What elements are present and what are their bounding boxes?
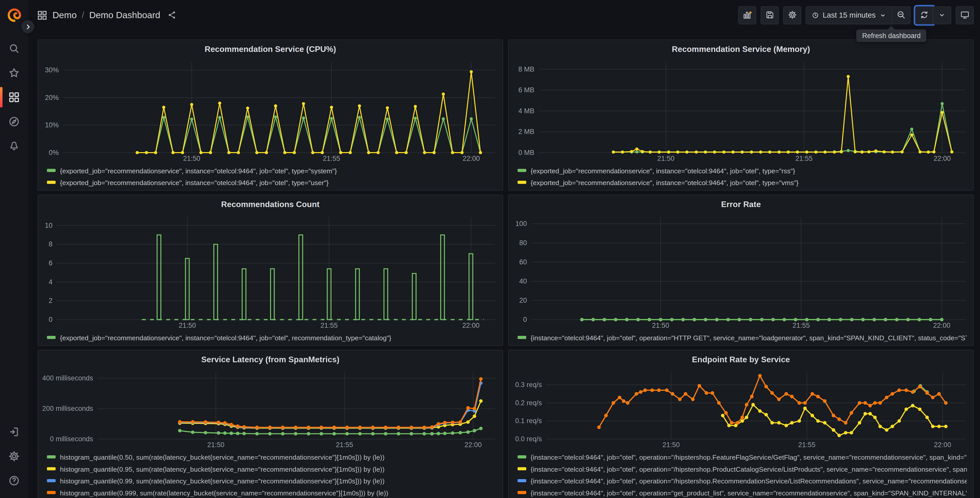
svg-text:10%: 10% xyxy=(45,121,59,129)
svg-text:22:00: 22:00 xyxy=(463,155,480,162)
sidebar-item-sign-in[interactable] xyxy=(0,420,28,444)
legend-item[interactable]: histogram_quantile(0.95, sum(rate(latenc… xyxy=(47,463,496,474)
dashboard-grid: Recommendation Service (CPU%) 21:5021:55… xyxy=(28,30,980,498)
sidebar-item-explore[interactable] xyxy=(0,109,28,134)
legend-swatch xyxy=(47,169,56,172)
legend-item[interactable]: {instance="otelcol:9464", job="otel", op… xyxy=(518,451,967,463)
svg-text:0%: 0% xyxy=(49,149,59,156)
chevron-down-icon xyxy=(938,11,945,19)
search-icon xyxy=(8,42,20,54)
legend-item[interactable]: histogram_quantile(0.50, sum(rate(latenc… xyxy=(47,451,496,463)
legend-item[interactable]: {instance="otelcol:9464", job="otel", op… xyxy=(518,332,967,343)
server-admin-gear-icon xyxy=(8,450,20,462)
sidebar-item-help[interactable] xyxy=(0,469,28,493)
legend-item[interactable]: {exported_job="recommendationservice", i… xyxy=(518,176,967,188)
refresh-dashboard-button[interactable] xyxy=(915,6,933,24)
legend-label: histogram_quantile(0.99, sum(rate(latenc… xyxy=(60,477,385,484)
legend-item[interactable]: histogram_quantile(0.99, sum(rate(latenc… xyxy=(47,475,496,487)
sidebar-item-search[interactable] xyxy=(0,36,28,61)
svg-text:22:00: 22:00 xyxy=(462,322,479,329)
share-icon xyxy=(168,11,177,19)
legend-label: {instance="otelcol:9464", job="otel", op… xyxy=(531,465,967,472)
breadcrumb: Demo / Demo Dashboard xyxy=(37,10,176,21)
svg-text:0 milliseconds: 0 milliseconds xyxy=(50,435,93,443)
svg-text:0: 0 xyxy=(523,316,527,323)
zoom-out-time-button[interactable] xyxy=(892,6,911,24)
chevron-down-icon xyxy=(879,11,886,18)
svg-text:20%: 20% xyxy=(45,94,59,102)
svg-text:21:50: 21:50 xyxy=(657,155,675,162)
panel-title[interactable]: Recommendations Count xyxy=(221,199,319,209)
legend-item[interactable]: {instance="otelcol:9464", job="otel", op… xyxy=(518,463,967,474)
chart-plot[interactable]: 21:5021:5522:000%10%20%30% xyxy=(38,57,503,164)
legend-swatch xyxy=(518,467,526,470)
sidebar-item-dashboards[interactable] xyxy=(0,85,28,109)
dashboard-settings-button[interactable] xyxy=(783,6,802,24)
legend-item[interactable]: {instance="otelcol:9464", job="otel", op… xyxy=(518,475,967,487)
svg-text:21:55: 21:55 xyxy=(336,441,353,449)
panel-title[interactable]: Service Latency (from SpanMetrics) xyxy=(201,354,339,364)
legend-label: histogram_quantile(0.999, sum(rate(laten… xyxy=(60,489,388,496)
legend-item[interactable]: {exported_job="recommendationservice", i… xyxy=(47,176,496,188)
svg-text:40: 40 xyxy=(519,278,527,285)
refresh-interval-picker[interactable] xyxy=(933,6,951,24)
legend-item[interactable]: {exported_job="recommendationservice", i… xyxy=(518,164,967,176)
help-icon xyxy=(8,475,20,487)
svg-text:0: 0 xyxy=(49,316,52,323)
breadcrumb-folder[interactable]: Demo xyxy=(52,10,77,20)
svg-text:21:55: 21:55 xyxy=(792,322,810,329)
legend-label: {instance="otelcol:9464", job="otel", op… xyxy=(531,453,967,460)
sidebar-item-alerting[interactable] xyxy=(0,134,28,158)
time-range-label: Last 15 minutes xyxy=(822,11,875,19)
svg-text:0 MB: 0 MB xyxy=(519,149,535,156)
svg-text:21:50: 21:50 xyxy=(183,155,200,162)
legend: {instance="otelcol:9464", job="otel", op… xyxy=(509,450,973,498)
grafana-logo[interactable] xyxy=(6,7,22,22)
panel-title[interactable]: Recommendation Service (CPU%) xyxy=(205,44,336,53)
legend: {exported_job="recommendationservice", i… xyxy=(38,164,503,188)
refresh-controls xyxy=(915,6,951,24)
settings-icon xyxy=(788,10,797,20)
svg-text:4: 4 xyxy=(49,278,52,286)
panel-title[interactable]: Recommendation Service (Memory) xyxy=(672,44,810,53)
svg-text:6: 6 xyxy=(49,259,52,267)
legend: histogram_quantile(0.50, sum(rate(latenc… xyxy=(38,450,503,498)
save-dashboard-button[interactable] xyxy=(761,6,779,24)
legend-label: {exported_job="recommendationservice", i… xyxy=(60,167,337,174)
svg-text:22:00: 22:00 xyxy=(933,322,950,329)
legend-swatch xyxy=(47,456,56,458)
kiosk-mode-button[interactable] xyxy=(956,6,974,24)
svg-text:21:50: 21:50 xyxy=(179,322,196,329)
top-nav: Demo / Demo Dashboard Last 15 minutes xyxy=(28,0,980,30)
svg-text:2 MB: 2 MB xyxy=(519,128,535,136)
chart-plot[interactable]: 21:5021:5522:000246810 xyxy=(38,213,503,331)
legend-swatch xyxy=(518,491,526,494)
explore-compass-icon xyxy=(8,116,20,128)
legend-item[interactable]: histogram_quantile(0.999, sum(rate(laten… xyxy=(47,487,496,498)
legend: {exported_job="recommendationservice", i… xyxy=(509,164,973,188)
chart-plot[interactable]: 21:5021:5522:000 milliseconds200 millise… xyxy=(38,368,503,450)
svg-text:400 milliseconds: 400 milliseconds xyxy=(42,374,93,382)
sidebar-item-server-admin[interactable] xyxy=(0,444,28,469)
legend-swatch xyxy=(47,336,56,339)
save-icon xyxy=(765,10,775,20)
legend-item[interactable]: {instance="otelcol:9464", job="otel", op… xyxy=(518,487,967,498)
legend-item[interactable]: {exported_job="recommendationservice", i… xyxy=(47,332,496,343)
add-panel-button[interactable] xyxy=(738,6,756,24)
chart-plot[interactable]: 21:5021:5522:000 MB2 MB4 MB6 MB8 MB xyxy=(509,57,973,164)
time-range-picker[interactable]: Last 15 minutes xyxy=(806,6,892,24)
sidebar-item-starred[interactable] xyxy=(0,61,28,85)
panel-title[interactable]: Endpoint Rate by Service xyxy=(692,354,790,364)
breadcrumb-dashboard[interactable]: Demo Dashboard xyxy=(89,10,160,20)
legend-swatch xyxy=(518,456,526,458)
share-dashboard-button[interactable] xyxy=(168,11,177,19)
expand-sidebar-button[interactable] xyxy=(21,20,34,33)
svg-text:22:00: 22:00 xyxy=(934,155,951,162)
chart-plot[interactable]: 21:5021:5522:00020406080100 xyxy=(509,213,973,331)
legend-label: {exported_job="recommendationservice", i… xyxy=(531,167,795,174)
panel-title[interactable]: Error Rate xyxy=(721,199,761,209)
legend-item[interactable]: {exported_job="recommendationservice", i… xyxy=(47,164,496,176)
chart-plot[interactable]: 21:5021:5522:000.0 req/s0.1 req/s0.2 req… xyxy=(509,368,973,450)
legend-swatch xyxy=(47,491,56,494)
legend-label: {exported_job="recommendationservice", i… xyxy=(60,179,329,186)
